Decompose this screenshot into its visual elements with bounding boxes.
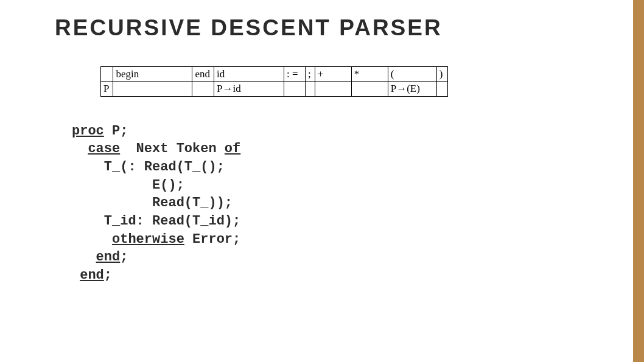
row-star <box>351 82 388 96</box>
header-plus: + <box>315 67 351 82</box>
header-star: * <box>351 67 388 82</box>
kw-end1: end <box>96 249 121 265</box>
kw-end2: end <box>80 268 104 283</box>
error-text: Error; <box>184 232 240 247</box>
table-row: P P→id P→(E) <box>101 82 448 96</box>
header-end: end <box>192 67 214 82</box>
kw-proc: proc <box>72 124 104 139</box>
kw-otherwise: otherwise <box>112 232 184 247</box>
row-begin <box>113 82 192 96</box>
code-line-tlparen: T_(: Read(T_(); <box>72 159 225 175</box>
header-blank <box>101 67 113 82</box>
semi2: ; <box>104 268 112 283</box>
proc-name: P; <box>104 124 128 139</box>
row-rparen <box>436 82 447 96</box>
code-line-e: E(); <box>72 178 184 193</box>
row-end <box>192 82 214 96</box>
row-assign <box>284 82 306 96</box>
header-begin: begin <box>113 67 192 82</box>
semi1: ; <box>120 249 128 265</box>
row-lparen: P→(E) <box>388 82 436 96</box>
table-header-row: begin end id : = ; + * ( ) <box>101 67 448 82</box>
header-lparen: ( <box>388 67 436 82</box>
code-line-tid: T_id: Read(T_id); <box>72 214 240 229</box>
kw-of: of <box>225 141 240 156</box>
row-semi <box>306 82 315 96</box>
header-assign: : = <box>284 67 306 82</box>
kw-case: case <box>88 141 120 156</box>
parse-table: begin end id : = ; + * ( ) P P→id P→(E) <box>100 66 448 97</box>
header-id: id <box>214 67 284 82</box>
row-label: P <box>101 82 113 96</box>
row-id: P→id <box>214 82 284 96</box>
header-semi: ; <box>306 67 315 82</box>
next-token: Next Token <box>120 141 225 156</box>
code-block: proc P; case Next Token of T_(: Read(T_(… <box>72 122 614 285</box>
row-plus <box>315 82 351 96</box>
code-line-trparen: Read(T_)); <box>72 195 233 211</box>
accent-bar <box>633 0 644 362</box>
slide-title: RECURSIVE DESCENT PARSER <box>55 15 614 41</box>
header-rparen: ) <box>436 67 447 82</box>
